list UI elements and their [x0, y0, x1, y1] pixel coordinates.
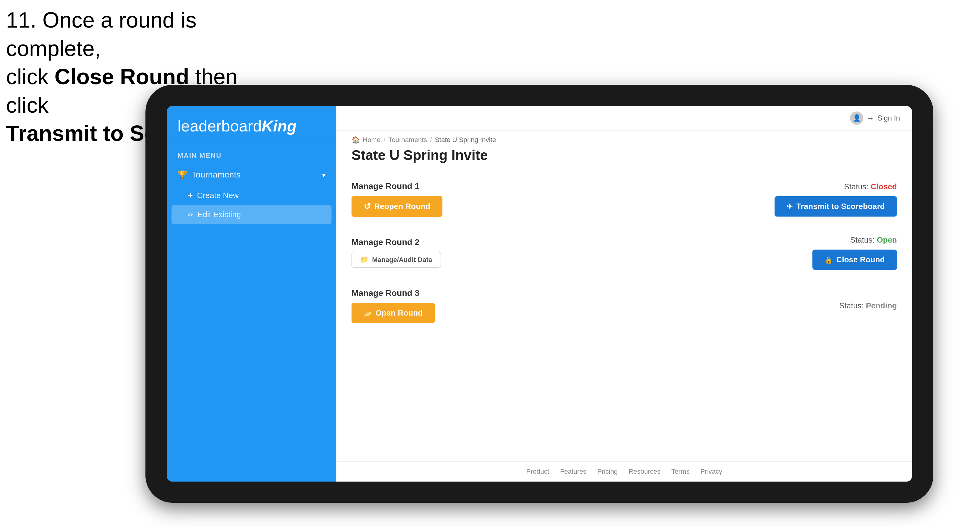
close-round-button[interactable]: Close Round [813, 249, 897, 270]
round-1-status-value: Closed [870, 182, 897, 191]
chevron-down-icon [322, 170, 325, 179]
footer-resources[interactable]: Resources [628, 468, 660, 476]
round-3-status-label: Status: [839, 301, 864, 310]
round-3-status: Status: Pending [839, 301, 897, 310]
reopen-round-label: Reopen Round [374, 202, 430, 211]
round-3-status-value: Pending [866, 301, 897, 310]
instruction-line1: 11. Once a round is complete, [6, 6, 279, 63]
logo-leaderboard: leaderboard [178, 117, 262, 135]
sidebar-edit-existing[interactable]: Edit Existing [172, 205, 331, 224]
home-icon: 🏠 [352, 136, 360, 144]
instruction-line2-pre: click [6, 65, 54, 89]
footer-product[interactable]: Product [526, 468, 549, 476]
round-3-section: Manage Round 3 Open Round Status: Pendin… [352, 279, 897, 332]
footer-privacy[interactable]: Privacy [700, 468, 722, 476]
content-area: Manage Round 1 Reopen Round Status: Clos… [336, 169, 912, 461]
footer-pricing[interactable]: Pricing [597, 468, 617, 476]
sign-in-label: Sign In [877, 114, 900, 122]
avatar: 👤 [850, 111, 863, 125]
open-round-button[interactable]: Open Round [352, 303, 435, 323]
transmit-to-scoreboard-button[interactable]: Transmit to Scoreboard [775, 196, 897, 217]
open-round-label: Open Round [375, 308, 423, 318]
breadcrumb: 🏠 Home / Tournaments / State U Spring In… [336, 130, 912, 144]
round-1-left: Manage Round 1 Reopen Round [352, 181, 442, 217]
avatar-icon: 👤 [853, 114, 861, 122]
sidebar-item-tournaments[interactable]: Tournaments [167, 164, 336, 186]
logo-king: King [262, 117, 297, 135]
round-2-title: Manage Round 2 [352, 237, 441, 247]
reopen-round-button[interactable]: Reopen Round [352, 196, 442, 217]
round-2-right: Status: Open Close Round [813, 235, 897, 270]
round-1-status: Status: Closed [844, 182, 897, 191]
sidebar-create-new[interactable]: Create New [167, 186, 336, 205]
manage-audit-data-button[interactable]: Manage/Audit Data [352, 252, 441, 268]
page-title: State U Spring Invite [336, 144, 912, 169]
tablet-screen: leaderboardKing MAIN MENU Tournaments Cr… [167, 106, 912, 482]
tablet-shell: leaderboardKing MAIN MENU Tournaments Cr… [145, 85, 933, 503]
lock-icon [824, 255, 833, 264]
breadcrumb-sep1: / [383, 136, 385, 144]
breadcrumb-tournaments[interactable]: Tournaments [388, 136, 427, 144]
sign-in-button[interactable]: 👤 Sign In [850, 111, 900, 125]
folder-icon [360, 256, 369, 264]
round-3-title: Manage Round 3 [352, 288, 435, 298]
plus-icon [188, 190, 193, 200]
close-round-label: Close Round [836, 255, 885, 264]
round-1-section: Manage Round 1 Reopen Round Status: Clos… [352, 172, 897, 226]
send-icon [787, 202, 793, 211]
page-footer: Product Features Pricing Resources Terms… [336, 461, 912, 482]
round-3-right: Status: Pending [839, 301, 897, 310]
footer-terms[interactable]: Terms [671, 468, 690, 476]
app-layout: leaderboardKing MAIN MENU Tournaments Cr… [167, 106, 912, 482]
round-1-status-label: Status: [844, 182, 869, 191]
sidebar: leaderboardKing MAIN MENU Tournaments Cr… [167, 106, 336, 482]
refresh-icon [364, 202, 371, 211]
round-3-left: Manage Round 3 Open Round [352, 288, 435, 323]
logo: leaderboardKing [178, 118, 325, 134]
round-2-status-label: Status: [850, 235, 875, 244]
round-1-right: Status: Closed Transmit to Scoreboard [775, 182, 897, 217]
round-2-left: Manage Round 2 Manage/Audit Data [352, 237, 441, 268]
open-icon [364, 308, 372, 318]
signin-icon [866, 114, 874, 123]
breadcrumb-sep2: / [430, 136, 432, 144]
create-new-label: Create New [197, 191, 239, 200]
top-bar: 👤 Sign In [336, 106, 912, 130]
round-2-section: Manage Round 2 Manage/Audit Data Status:… [352, 226, 897, 279]
round-2-status: Status: Open [850, 235, 897, 245]
sidebar-logo: leaderboardKing [167, 106, 336, 143]
footer-features[interactable]: Features [560, 468, 586, 476]
transmit-label: Transmit to Scoreboard [796, 202, 885, 211]
trophy-icon [178, 170, 187, 179]
round-2-status-value: Open [877, 235, 897, 244]
sidebar-menu-label: MAIN MENU [167, 143, 336, 164]
main-content: 👤 Sign In 🏠 Home / Tournaments / State U… [336, 106, 912, 482]
edit-icon [188, 210, 193, 219]
breadcrumb-home[interactable]: Home [363, 136, 380, 144]
edit-existing-label: Edit Existing [197, 210, 241, 219]
sidebar-tournaments-label: Tournaments [191, 170, 240, 179]
breadcrumb-current: State U Spring Invite [435, 136, 496, 144]
audit-label: Manage/Audit Data [372, 256, 432, 264]
round-1-title: Manage Round 1 [352, 181, 442, 191]
